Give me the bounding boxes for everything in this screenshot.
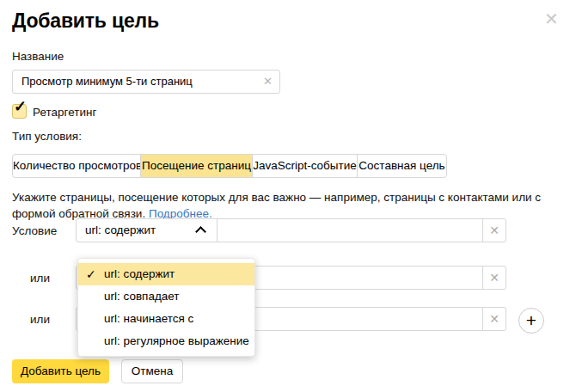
tab-pageview-count[interactable]: Количество просмотров: [13, 155, 140, 177]
url-input-3[interactable]: [217, 307, 483, 331]
tab-composite-goal[interactable]: Составная цель: [357, 155, 446, 177]
dialog-title: Добавить цель: [12, 9, 159, 33]
menu-item-url-starts-with[interactable]: url: начинается с: [78, 308, 254, 330]
clear-name-icon[interactable]: ✕: [263, 70, 273, 93]
tab-page-visit[interactable]: Посещение страниц: [140, 155, 252, 177]
add-goal-dialog: Добавить цель ✕ Название Просмотр миниму…: [0, 0, 576, 392]
close-icon[interactable]: ✕: [544, 10, 559, 28]
or-label-2: или: [30, 313, 50, 326]
retargeting-label: Ретаргетинг: [33, 106, 96, 119]
menu-item-url-regex[interactable]: url: регулярное выражение: [78, 330, 254, 352]
description-text: Укажите страницы, посещение которых для …: [12, 189, 566, 222]
add-condition-button[interactable]: +: [518, 308, 544, 334]
menu-item-label: url: совпадает: [104, 290, 180, 303]
clear-condition-3-button[interactable]: ✕: [482, 307, 506, 331]
menu-item-label: url: начинается с: [104, 312, 193, 325]
name-input-value: Просмотр минимум 5-ти страниц: [21, 75, 193, 88]
clear-condition-2-button[interactable]: ✕: [482, 266, 506, 290]
clear-condition-1-button[interactable]: ✕: [482, 218, 506, 242]
operator-select[interactable]: url: содержит: [76, 218, 218, 242]
name-input[interactable]: Просмотр минимум 5-ти страниц ✕: [12, 70, 280, 94]
condition-label: Условие: [12, 224, 57, 237]
url-input-1[interactable]: [217, 218, 483, 242]
chevron-up-icon: [195, 226, 206, 237]
url-input-2[interactable]: [217, 266, 483, 290]
submit-button[interactable]: Добавить цель: [12, 359, 109, 383]
menu-item-label: url: регулярное выражение: [104, 334, 249, 347]
operator-select-value: url: содержит: [85, 224, 156, 236]
tab-javascript-event[interactable]: JavaScript-событие: [252, 155, 357, 177]
cancel-button[interactable]: Отмена: [121, 359, 183, 383]
condition-type-label: Тип условия:: [12, 130, 82, 143]
name-label: Название: [12, 50, 64, 63]
retargeting-checkbox[interactable]: ✓: [12, 104, 27, 119]
condition-type-tabs: Количество просмотров Посещение страниц …: [12, 154, 447, 178]
check-icon: ✓: [86, 263, 96, 285]
menu-item-url-matches[interactable]: url: совпадает: [78, 285, 254, 308]
or-label: или: [30, 272, 50, 285]
operator-dropdown-menu: ✓ url: содержит url: совпадает url: начи…: [77, 258, 255, 357]
menu-item-label: url: содержит: [104, 267, 175, 280]
description-body: Укажите страницы, посещение которых для …: [12, 191, 541, 220]
checkmark-icon: ✓: [14, 99, 27, 114]
menu-item-url-contains[interactable]: ✓ url: содержит: [78, 263, 254, 285]
